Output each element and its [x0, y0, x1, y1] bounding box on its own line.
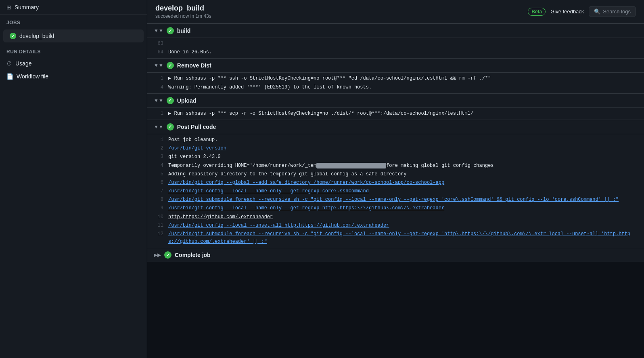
- log-line: 4 Temporarily overriding HOME='/home/run…: [147, 162, 644, 170]
- build-log-lines: 63 64 Done in 26.05s.: [147, 38, 644, 58]
- line-content[interactable]: /usr/bin/git config --local --unset-all …: [168, 222, 644, 230]
- job-success-icon: [10, 33, 16, 39]
- line-content: Post job cleanup.: [168, 136, 644, 144]
- main-content: develop_build succeeded now in 1m 43s Be…: [147, 0, 644, 358]
- log-line: 1 ▶ Run sshpass -p *** ssh -o StrictHost…: [147, 74, 644, 83]
- line-content[interactable]: /usr/bin/git config --local --name-only …: [168, 187, 644, 195]
- log-content: ▼ build 63 64 Done in 26.05s. ▼ Remov: [147, 23, 644, 358]
- summary-icon: ⊞: [6, 4, 11, 11]
- header-title: develop_build: [155, 4, 211, 13]
- line-num: 8: [147, 196, 168, 204]
- job-label: develop_build: [19, 33, 54, 39]
- sidebar-item-workflow-file[interactable]: 📄 Workflow file: [0, 70, 147, 83]
- sidebar-summary-label: Summary: [15, 4, 39, 11]
- line-num: 11: [147, 222, 168, 230]
- log-line: 10 http.https://github.com/.extraheader: [147, 213, 644, 221]
- section-title: Remove Dist: [177, 62, 211, 69]
- line-num: 10: [147, 213, 168, 221]
- search-logs-label: Search logs: [603, 8, 631, 15]
- line-content: Adding repository directory to the tempo…: [168, 171, 644, 178]
- log-line: 7 /usr/bin/git config --local --name-onl…: [147, 187, 644, 196]
- log-line: 6 /usr/bin/git config --global --add saf…: [147, 179, 644, 187]
- sidebar: ⊞ Summary Jobs develop_build Run details…: [0, 0, 147, 358]
- section-build-header[interactable]: ▼ build: [147, 23, 644, 38]
- line-num: 63: [147, 40, 168, 48]
- section-remove-dist: ▼ Remove Dist 1 ▶ Run sshpass -p *** ssh…: [147, 58, 644, 93]
- header-subtitle: succeeded now in 1m 43s: [155, 13, 211, 19]
- line-content: http.https://github.com/.extraheader: [168, 213, 644, 221]
- search-logs-button[interactable]: 🔍 Search logs: [589, 6, 636, 17]
- log-line: 4 Warning: Permanently added '***' (ED25…: [147, 83, 644, 92]
- line-num: 1: [147, 136, 168, 144]
- give-feedback-button[interactable]: Give feedback: [550, 8, 584, 15]
- beta-badge: Beta: [528, 8, 546, 16]
- header-right: Beta Give feedback 🔍 Search logs: [528, 6, 636, 17]
- log-line: 2 /usr/bin/git version: [147, 144, 644, 153]
- line-num: 1: [147, 110, 168, 118]
- sidebar-item-summary[interactable]: ⊞ Summary: [0, 0, 147, 15]
- jobs-section-label: Jobs: [0, 15, 147, 28]
- line-num: 4: [147, 84, 168, 91]
- line-content[interactable]: /usr/bin/git config --global --add safe.…: [168, 179, 644, 187]
- section-upload: ▼ Upload 1 ▶ Run sshpass -p *** scp -r -…: [147, 93, 644, 120]
- line-num: 4: [147, 162, 168, 170]
- line-content[interactable]: /usr/bin/git submodule foreach --recursi…: [168, 230, 644, 246]
- section-title: Post Pull code: [177, 124, 216, 130]
- section-success-icon: [167, 62, 174, 69]
- section-success-icon: [167, 97, 174, 104]
- line-content[interactable]: /usr/bin/git submodule foreach --recursi…: [168, 196, 644, 204]
- line-num: 12: [147, 230, 168, 238]
- section-complete-job-header[interactable]: ▶ Complete job: [147, 248, 644, 262]
- line-content: Temporarily overriding HOME='/home/runne…: [168, 162, 644, 170]
- section-title: Upload: [177, 97, 196, 104]
- section-complete-job: ▶ Complete job: [147, 248, 644, 262]
- section-remove-dist-header[interactable]: ▼ Remove Dist: [147, 58, 644, 73]
- line-num: 6: [147, 179, 168, 187]
- section-post-pull-code-header[interactable]: ▼ Post Pull code: [147, 120, 644, 134]
- line-content: Done in 26.05s.: [168, 48, 644, 56]
- line-num: 1: [147, 75, 168, 82]
- section-title: build: [177, 27, 190, 34]
- section-upload-header[interactable]: ▼ Upload: [147, 93, 644, 108]
- usage-icon: ⏱: [6, 60, 12, 67]
- section-success-icon: [167, 123, 174, 131]
- section-success-icon: [164, 251, 171, 259]
- line-num: 5: [147, 171, 168, 178]
- line-num: 3: [147, 153, 168, 161]
- chevron-icon: ▼: [154, 28, 163, 34]
- log-line: 11 /usr/bin/git config --local --unset-a…: [147, 221, 644, 230]
- line-num: 2: [147, 145, 168, 152]
- log-line: 5 Adding repository directory to the tem…: [147, 170, 644, 179]
- log-line: 64 Done in 26.05s.: [147, 48, 644, 57]
- search-icon: 🔍: [594, 8, 600, 15]
- log-line: 8 /usr/bin/git submodule foreach --recur…: [147, 196, 644, 204]
- line-content[interactable]: /usr/bin/git version: [168, 145, 644, 152]
- line-num: 64: [147, 48, 168, 56]
- workflow-file-label: Workflow file: [17, 73, 48, 80]
- section-success-icon: [167, 27, 174, 34]
- post-pull-log-lines: 1 Post job cleanup. 2 /usr/bin/git versi…: [147, 134, 644, 248]
- line-content: Warning: Permanently added '***' (ED2551…: [168, 84, 644, 91]
- log-line: 9 /usr/bin/git config --local --name-onl…: [147, 204, 644, 213]
- log-line: 12 /usr/bin/git submodule foreach --recu…: [147, 230, 644, 246]
- line-content[interactable]: /usr/bin/git config --local --name-only …: [168, 204, 644, 212]
- chevron-icon: ▼: [154, 63, 163, 68]
- line-num: 7: [147, 187, 168, 195]
- chevron-icon: ▼: [154, 98, 163, 103]
- usage-label: Usage: [15, 60, 31, 67]
- log-line: 3 git version 2.43.0: [147, 153, 644, 161]
- run-details-label: Run details: [0, 44, 147, 57]
- chevron-icon: ▶: [154, 252, 161, 258]
- section-post-pull-code: ▼ Post Pull code 1 Post job cleanup. 2 /…: [147, 120, 644, 248]
- header-left: develop_build succeeded now in 1m 43s: [155, 4, 211, 19]
- log-line: 1 Post job cleanup.: [147, 136, 644, 144]
- sidebar-item-develop-build[interactable]: develop_build: [3, 29, 144, 42]
- section-build: ▼ build 63 64 Done in 26.05s.: [147, 23, 644, 58]
- chevron-icon: ▼: [154, 124, 163, 130]
- main-header: develop_build succeeded now in 1m 43s Be…: [147, 0, 644, 23]
- complete-job-title: Complete job: [175, 252, 211, 258]
- line-content: git version 2.43.0: [168, 153, 644, 161]
- sidebar-item-usage[interactable]: ⏱ Usage: [0, 57, 147, 70]
- log-line: 1 ▶ Run sshpass -p *** scp -r -o StrictH…: [147, 110, 644, 118]
- upload-log-lines: 1 ▶ Run sshpass -p *** scp -r -o StrictH…: [147, 108, 644, 120]
